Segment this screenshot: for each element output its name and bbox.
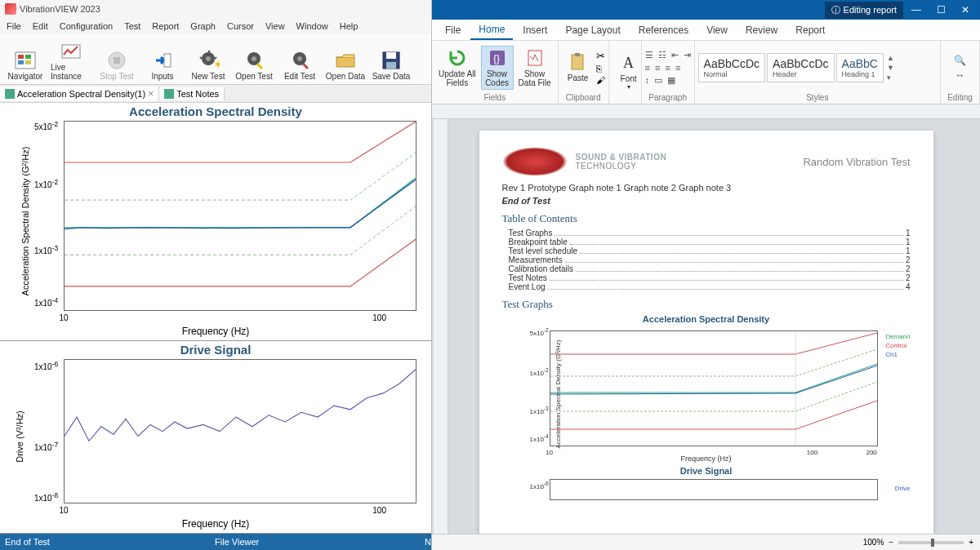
right-menubar[interactable]: FileHomeInsertPage LayoutReferencesViewR…	[432, 20, 980, 41]
style-normal[interactable]: AaBbCcDcNormal	[698, 53, 765, 82]
test-graphs-heading[interactable]: Test Graphs	[502, 298, 911, 311]
open-data-button[interactable]: Open Data	[323, 36, 368, 82]
new-test-button[interactable]: ✶New Test	[186, 36, 230, 82]
tab-close-icon[interactable]: ×	[148, 88, 154, 100]
zoom-slider[interactable]	[898, 541, 964, 544]
new-icon: ✶	[197, 49, 220, 72]
find-icon[interactable]: 🔍	[954, 55, 966, 66]
paste-button[interactable]: Paste	[562, 51, 595, 84]
line-spacing-icon[interactable]: ↕	[645, 75, 650, 86]
format-painter-icon[interactable]: 🖌	[596, 75, 605, 85]
svg-rect-20	[164, 89, 174, 99]
left-titlebar[interactable]: VibrationVIEW 2023	[0, 0, 431, 18]
align-right-icon[interactable]: ≡	[665, 63, 670, 73]
update-all-fields-button[interactable]: Update AllFields	[435, 47, 479, 89]
zoom-out-button[interactable]: −	[889, 538, 893, 547]
zoom-in-button[interactable]: +	[969, 538, 973, 547]
vertical-ruler[interactable]	[434, 119, 448, 534]
borders-icon[interactable]: ▦	[667, 75, 675, 86]
menu-report[interactable]: Report	[152, 21, 179, 31]
style-heading-1[interactable]: AaBbCHeading 1	[836, 53, 884, 82]
styles-more-icon[interactable]: ▾	[887, 73, 894, 82]
toc-row[interactable]: Calibration details2	[502, 264, 911, 273]
document-area[interactable]: SOUND & VIBRATION TECHNOLOGY Random Vibr…	[432, 119, 980, 534]
toc[interactable]: Test Graphs1Breakpoint table1Test level …	[502, 228, 911, 291]
tab-test-notes[interactable]: Test Notes	[159, 87, 225, 100]
chart-asd[interactable]: Acceleration Spectral Density Accelerati…	[0, 103, 431, 341]
outdent-icon[interactable]: ⇤	[671, 50, 679, 60]
menu-file[interactable]: File	[7, 21, 21, 31]
svg-rect-24	[572, 55, 583, 69]
inputs-button[interactable]: Inputs	[140, 36, 185, 82]
toc-row[interactable]: Test level schedule1	[502, 246, 911, 255]
toc-row[interactable]: Event Log4	[502, 282, 911, 291]
rmenu-page-layout[interactable]: Page Layout	[557, 21, 628, 39]
menu-edit[interactable]: Edit	[33, 21, 48, 31]
maximize-button[interactable]: ☐	[929, 2, 952, 18]
shading-icon[interactable]: ▭	[654, 75, 662, 86]
rmenu-insert[interactable]: Insert	[514, 21, 555, 39]
styles-down-icon[interactable]: ▼	[887, 64, 894, 72]
font-button[interactable]: A Font▾	[612, 51, 645, 92]
revision-line[interactable]: Rev 1 Prototype Graph note 1 Graph note …	[502, 183, 911, 193]
rmenu-file[interactable]: File	[437, 21, 469, 39]
toc-heading[interactable]: Table of Contents	[502, 212, 911, 225]
document-page[interactable]: SOUND & VIBRATION TECHNOLOGY Random Vibr…	[479, 131, 933, 534]
minimize-button[interactable]: —	[905, 2, 928, 18]
end-of-test-label[interactable]: End of Test	[502, 196, 911, 206]
savedata-icon	[380, 49, 403, 72]
menu-window[interactable]: Window	[296, 21, 328, 31]
svg-rect-2	[25, 55, 31, 59]
toc-row[interactable]: Test Notes2	[502, 273, 911, 282]
svg-rect-7	[114, 57, 120, 64]
chart2-plot[interactable]	[64, 359, 416, 503]
indent-icon[interactable]: ⇥	[684, 50, 691, 60]
rmenu-view[interactable]: View	[698, 21, 736, 39]
chart1-plot[interactable]	[64, 121, 416, 311]
cut-icon[interactable]: ✂	[596, 50, 605, 62]
inputs-icon	[151, 49, 174, 72]
editing-badge[interactable]: ⓘ Editing report	[825, 2, 903, 19]
show-data-file-button[interactable]: ShowData File	[515, 47, 555, 89]
open-test-button[interactable]: Open Test	[232, 36, 276, 82]
ribbon-font: A Font▾	[609, 41, 642, 104]
ytick: 1x10-3	[34, 244, 58, 255]
justify-icon[interactable]: ≡	[675, 63, 680, 73]
copy-icon[interactable]: ⎘	[596, 64, 605, 73]
left-menubar[interactable]: FileEditConfigurationTestReportGraphCurs…	[0, 18, 431, 34]
rmenu-review[interactable]: Review	[737, 21, 786, 39]
horizontal-ruler[interactable]	[432, 104, 980, 119]
status-right: N	[425, 537, 431, 547]
show-codes-button[interactable]: {}ShowCodes	[481, 46, 514, 90]
align-center-icon[interactable]: ≡	[655, 63, 660, 73]
close-button[interactable]: ✕	[954, 2, 977, 18]
style-header[interactable]: AaBbCcDcHeader	[767, 53, 834, 82]
styles-up-icon[interactable]: ▲	[887, 54, 894, 62]
menu-help[interactable]: Help	[340, 21, 359, 31]
align-left-icon[interactable]: ≡	[645, 63, 650, 73]
menu-graph[interactable]: Graph	[190, 21, 216, 31]
tab-acceleration-spectral-density-1-[interactable]: Acceleration Spectral Density(1)×	[0, 86, 159, 101]
toc-row[interactable]: Measurements2	[502, 255, 911, 264]
chart1-ylabel: Acceleration Spectral Density (G²/Hz)	[20, 147, 30, 296]
menu-cursor[interactable]: Cursor	[227, 21, 254, 31]
right-titlebar[interactable]: ⓘ Editing report — ☐ ✕	[432, 0, 980, 20]
bullets-icon[interactable]: ☰	[645, 50, 653, 60]
report-editor-window: ⓘ Editing report — ☐ ✕ FileHomeInsertPag…	[431, 0, 980, 550]
svg-rect-23	[528, 51, 541, 65]
edit-test-button[interactable]: Edit Test	[278, 36, 322, 82]
save-data-button[interactable]: Save Data	[369, 36, 413, 82]
menu-view[interactable]: View	[265, 21, 285, 31]
menu-test[interactable]: Test	[124, 21, 140, 31]
numbering-icon[interactable]: ☷	[658, 50, 666, 60]
toc-row[interactable]: Breakpoint table1	[502, 237, 911, 246]
menu-configuration[interactable]: Configuration	[60, 21, 113, 31]
navigator-button[interactable]: Navigator	[3, 36, 47, 82]
chart-drive[interactable]: Drive Signal Drive (V²/Hz) 1x10-6 1x10-7…	[0, 341, 431, 534]
rmenu-home[interactable]: Home	[470, 20, 513, 40]
toc-row[interactable]: Test Graphs1	[502, 228, 911, 237]
live-instance-button[interactable]: Live Instance	[49, 36, 93, 82]
rmenu-references[interactable]: References	[630, 21, 697, 39]
replace-icon[interactable]: ↔	[956, 69, 965, 81]
rmenu-report[interactable]: Report	[787, 21, 833, 39]
